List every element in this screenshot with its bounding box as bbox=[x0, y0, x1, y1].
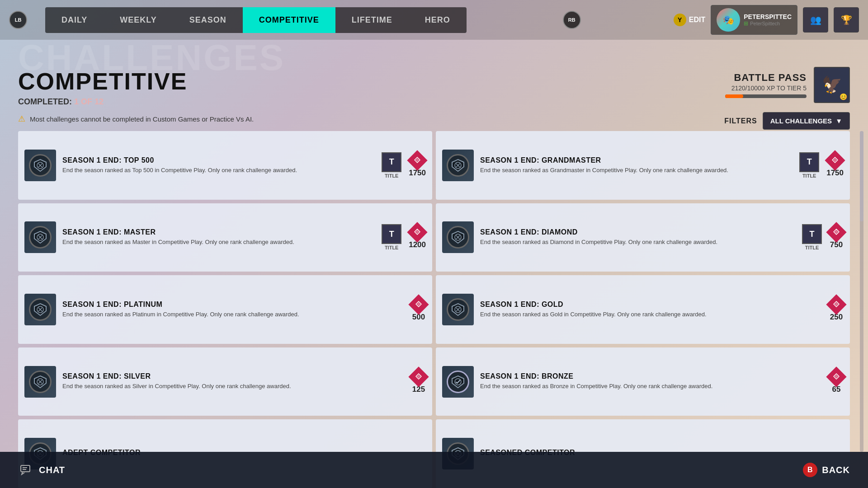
challenge-card-diamond[interactable]: SEASON 1 END: DIAMONDEnd the season rank… bbox=[436, 203, 850, 272]
rb-button[interactable]: RB bbox=[563, 11, 581, 29]
title-reward: TTITLE bbox=[799, 152, 819, 178]
challenge-desc: End the season ranked as Master in Compe… bbox=[62, 238, 375, 246]
challenge-desc: End the season ranked as Grandmaster in … bbox=[480, 166, 793, 174]
challenge-card-master[interactable]: SEASON 1 END: MASTEREnd the season ranke… bbox=[18, 203, 432, 272]
chat-label: CHAT bbox=[39, 465, 65, 475]
challenge-card-top500[interactable]: SEASON 1 END: TOP 500End the season rank… bbox=[18, 131, 432, 200]
trophy-button[interactable]: 🏆 bbox=[834, 7, 859, 33]
profile-gamertag: ⊞ PeterSpittech bbox=[744, 20, 792, 27]
challenge-rewards: 250 bbox=[829, 297, 844, 322]
challenge-card-bronze[interactable]: SEASON 1 END: BRONZEEnd the season ranke… bbox=[436, 347, 850, 416]
scroll-track[interactable] bbox=[860, 131, 863, 452]
title-label: TITLE bbox=[805, 245, 819, 250]
xp-diamond-icon bbox=[407, 150, 427, 170]
chat-button[interactable]: CHAT bbox=[18, 462, 65, 478]
challenge-rewards: TTITLE 1750 bbox=[799, 152, 844, 178]
nav-tabs-container: DAILY WEEKLY SEASON COMPETITIVE LIFETIME… bbox=[45, 7, 467, 33]
tab-hero[interactable]: HERO bbox=[409, 7, 467, 33]
battle-pass-title: BATTLE PASS bbox=[725, 72, 807, 84]
tab-competitive[interactable]: COMPETITIVE bbox=[243, 7, 335, 33]
filters-dropdown[interactable]: ALL CHALLENGES ▼ bbox=[763, 112, 850, 130]
challenge-name: SEASON 1 END: BRONZE bbox=[480, 372, 823, 380]
battle-pass-xp: 2120/10000 XP TO TIER 5 bbox=[725, 84, 807, 92]
xp-reward: 750 bbox=[829, 225, 844, 249]
challenge-desc: End the season ranked as Gold in Competi… bbox=[480, 310, 823, 319]
warning-icon: ⚠ bbox=[18, 114, 25, 124]
xp-reward: 1200 bbox=[409, 225, 426, 249]
xp-diamond-icon bbox=[826, 366, 846, 387]
xbox-icon: ⊞ bbox=[744, 20, 748, 27]
battle-pass-progress-fill bbox=[725, 94, 743, 98]
tab-weekly[interactable]: WEEKLY bbox=[104, 7, 173, 33]
battle-pass-icon[interactable]: 🦅 😊 bbox=[814, 67, 850, 103]
title-label: TITLE bbox=[802, 173, 816, 178]
challenge-name: SEASON 1 END: MASTER bbox=[62, 228, 375, 236]
challenge-rewards: TTITLE 1750 bbox=[382, 152, 426, 178]
chat-icon bbox=[18, 462, 34, 478]
page-subtitle: COMPETITIVE bbox=[18, 68, 187, 95]
title-reward: TTITLE bbox=[382, 224, 401, 250]
challenge-card-silver[interactable]: SEASON 1 END: SILVEREnd the season ranke… bbox=[18, 347, 432, 416]
completed-text: COMPLETED: 1 OF 12 bbox=[18, 97, 104, 107]
rank-icon bbox=[447, 154, 469, 177]
xp-reward: 125 bbox=[411, 370, 426, 394]
challenge-info-top500: SEASON 1 END: TOP 500End the season rank… bbox=[62, 156, 375, 174]
title-box-icon: T bbox=[802, 224, 822, 244]
challenge-card-grandmaster[interactable]: SEASON 1 END: GRANDMASTEREnd the season … bbox=[436, 131, 850, 200]
bp-emoji: 😊 bbox=[840, 93, 847, 100]
challenge-name: SEASON 1 END: GRANDMASTER bbox=[480, 156, 793, 164]
challenge-card-gold[interactable]: SEASON 1 END: GOLDEnd the season ranked … bbox=[436, 275, 850, 344]
title-reward: TTITLE bbox=[802, 224, 822, 250]
profile-card[interactable]: 🎭 PETERSPITTEC ⊞ PeterSpittech bbox=[711, 5, 797, 35]
lb-button[interactable]: LB bbox=[9, 11, 27, 29]
challenge-desc: End the season ranked as Diamond in Comp… bbox=[480, 238, 796, 246]
challenge-desc: End the season ranked as Silver in Compe… bbox=[62, 382, 405, 390]
title-label: TITLE bbox=[385, 173, 399, 178]
edit-button[interactable]: Y EDIT bbox=[674, 14, 705, 26]
challenge-info-platinum: SEASON 1 END: PLATINUMEnd the season ran… bbox=[62, 300, 405, 319]
title-label: TITLE bbox=[385, 245, 399, 250]
xp-diamond-icon bbox=[408, 366, 429, 387]
profile-info: PETERSPITTEC ⊞ PeterSpittech bbox=[744, 13, 792, 27]
back-label: BACK bbox=[822, 465, 850, 475]
rank-icon bbox=[29, 298, 52, 321]
challenge-rewards: TTITLE 1200 bbox=[382, 224, 426, 250]
title-box-icon: T bbox=[382, 152, 401, 172]
scroll-thumb bbox=[860, 131, 863, 221]
avatar: 🎭 bbox=[717, 8, 740, 32]
challenge-name: SEASON 1 END: GOLD bbox=[480, 300, 823, 309]
tab-lifetime[interactable]: LIFETIME bbox=[335, 7, 409, 33]
rank-icon bbox=[29, 154, 52, 177]
completed-count: 1 OF 12 bbox=[74, 97, 104, 106]
challenge-desc: End the season ranked as Platinum in Com… bbox=[62, 310, 405, 319]
xp-reward: 1750 bbox=[409, 153, 426, 178]
challenge-icon-grandmaster bbox=[442, 150, 474, 181]
battle-pass-progress-bar bbox=[725, 94, 807, 98]
xp-diamond-icon bbox=[407, 222, 427, 243]
challenge-icon-silver bbox=[24, 366, 56, 398]
challenge-info-grandmaster: SEASON 1 END: GRANDMASTEREnd the season … bbox=[480, 156, 793, 174]
top-navigation: LB DAILY WEEKLY SEASON COMPETITIVE LIFET… bbox=[0, 0, 868, 40]
xp-diamond-icon bbox=[826, 294, 846, 314]
challenge-rewards: 500 bbox=[411, 297, 426, 322]
social-button[interactable]: 👥 bbox=[803, 7, 828, 33]
challenge-name: SEASON 1 END: DIAMOND bbox=[480, 228, 796, 236]
back-button[interactable]: B BACK bbox=[803, 463, 850, 477]
challenge-info-bronze: SEASON 1 END: BRONZEEnd the season ranke… bbox=[480, 372, 823, 390]
rank-icon bbox=[447, 226, 469, 249]
challenge-rewards: TTITLE 750 bbox=[802, 224, 844, 250]
rank-icon bbox=[29, 226, 52, 249]
xp-reward: 65 bbox=[829, 370, 844, 394]
xp-reward: 500 bbox=[411, 297, 426, 322]
challenge-desc: End the season ranked as Bronze in Compe… bbox=[480, 382, 823, 390]
battle-pass-area: BATTLE PASS 2120/10000 XP TO TIER 5 🦅 😊 bbox=[725, 67, 850, 103]
challenge-info-diamond: SEASON 1 END: DIAMONDEnd the season rank… bbox=[480, 228, 796, 246]
tab-season[interactable]: SEASON bbox=[173, 7, 243, 33]
nav-right-area: Y EDIT 🎭 PETERSPITTEC ⊞ PeterSpittech 👥 … bbox=[674, 5, 859, 35]
challenge-rewards: 125 bbox=[411, 370, 426, 394]
title-box-icon: T bbox=[382, 224, 401, 244]
xp-diamond-icon bbox=[826, 222, 846, 243]
challenge-card-platinum[interactable]: SEASON 1 END: PLATINUMEnd the season ran… bbox=[18, 275, 432, 344]
tab-daily[interactable]: DAILY bbox=[45, 7, 104, 33]
challenge-info-master: SEASON 1 END: MASTEREnd the season ranke… bbox=[62, 228, 375, 246]
